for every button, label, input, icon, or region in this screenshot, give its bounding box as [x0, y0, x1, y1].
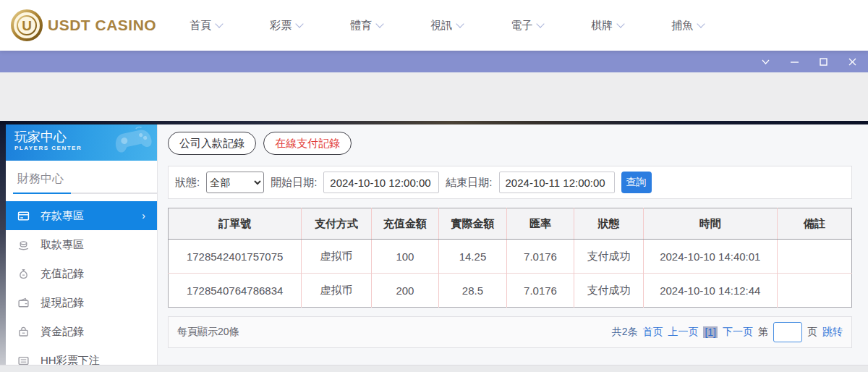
page-size-text: 每頁顯示20條 [177, 326, 239, 339]
total-count: 共2条 [612, 326, 638, 339]
section-divider [13, 193, 157, 194]
nav-item-label: 捕魚 [671, 19, 693, 33]
sidebar-item[interactable]: HH彩票下注 [6, 346, 157, 365]
chevron-down-icon [697, 20, 705, 28]
sidebar-item-label: 資金記錄 [41, 325, 84, 339]
table-cell: 200 [371, 274, 439, 308]
column-header: 實際金額 [439, 208, 507, 240]
column-header: 充值金額 [371, 208, 439, 240]
logo[interactable]: U USDT CASINO [10, 9, 156, 42]
column-header: 狀態 [574, 208, 643, 240]
column-header: 訂單號 [169, 208, 302, 240]
left-edge-gradient [0, 124, 6, 365]
chevron-down-icon [376, 20, 384, 28]
record-tabs: 公司入款記錄在線支付記錄 [168, 132, 861, 155]
table-cell: 虚拟币 [302, 240, 371, 274]
nav-item[interactable]: 視訊 [430, 19, 463, 33]
end-date-input[interactable] [499, 172, 615, 193]
table-cell: 7.0176 [506, 274, 574, 308]
start-date-input[interactable] [323, 172, 439, 193]
end-date-label: 結束日期: [446, 176, 492, 190]
pagination-controls: 共2条 首页 上一页 [1] 下一页 第 页 跳转 [612, 322, 843, 342]
jump-prefix: 第 [758, 326, 768, 339]
nav-item[interactable]: 彩票 [270, 19, 302, 33]
deposit-card-icon [17, 210, 30, 222]
chevron-down-icon [216, 20, 224, 28]
table-cell: 2024-10-10 14:12:44 [643, 274, 777, 308]
column-header: 支付方式 [302, 208, 371, 240]
withdraw-coins-icon [17, 239, 30, 251]
sidebar-item-label: 存款專區 [41, 209, 84, 223]
sidebar-menu: 存款專區›取款專區充值記錄提現記錄資金記錄HH彩票下注 [6, 201, 157, 365]
chevron-down-icon [617, 20, 625, 28]
sidebar-item-label: 充值記錄 [41, 267, 84, 281]
start-date-label: 開始日期: [271, 176, 317, 190]
jump-button[interactable]: 跳转 [822, 326, 843, 339]
sidebar-item[interactable]: 充值記錄 [6, 259, 157, 288]
list-icon [17, 355, 30, 365]
table-cell: 100 [371, 240, 439, 274]
main-navigation: 首頁彩票體育視訊電子棋牌捕魚 [190, 19, 704, 33]
nav-item-label: 視訊 [430, 19, 452, 33]
app-window: U USDT CASINO 首頁彩票體育視訊電子棋牌捕魚 玩家中心 P [0, 0, 868, 372]
table-cell: 2024-10-10 14:40:01 [643, 240, 777, 274]
content-area: 玩家中心 PLAYERS CENTER 財務中心 存款專區›取款專區充值記錄提現… [0, 124, 868, 365]
close-button[interactable] [846, 56, 858, 67]
next-page-link[interactable]: 下一页 [723, 326, 753, 339]
jump-suffix: 页 [807, 326, 817, 339]
sidebar-item[interactable]: 提現記錄 [6, 288, 157, 317]
nav-item[interactable]: 捕魚 [671, 19, 704, 33]
table-cell [777, 274, 851, 308]
sidebar-item-label: 取款專區 [41, 238, 84, 252]
table-body: 1728542401757075虚拟币10014.257.0176支付成功202… [169, 240, 852, 308]
table-row: 1728542401757075虚拟币10014.257.0176支付成功202… [169, 240, 852, 274]
nav-item-label: 體育 [350, 19, 372, 33]
table-cell: 虚拟币 [302, 274, 371, 308]
top-navbar: U USDT CASINO 首頁彩票體育視訊電子棋牌捕魚 [0, 0, 868, 51]
sidebar-item-label: 提現記錄 [41, 296, 84, 310]
spacer-band [0, 72, 868, 121]
sidebar-item-label: HH彩票下注 [41, 354, 100, 365]
sidebar-item[interactable]: 取款專區 [6, 230, 157, 259]
main-panel: 公司入款記錄在線支付記錄 狀態: 全部 開始日期: 結束日期: 查詢 訂單號支付… [166, 124, 861, 365]
records-table-wrap: 訂單號支付方式充值金額實際金額匯率狀態時間備註 1728542401757075… [168, 208, 852, 308]
sidebar-item[interactable]: 存款專區› [6, 201, 157, 230]
bottom-strip [0, 365, 868, 372]
tab-company-deposit-records[interactable]: 公司入款記錄 [168, 132, 256, 155]
table-cell: 1728540764786834 [169, 274, 302, 308]
chevron-down-icon[interactable] [760, 56, 771, 67]
table-cell: 支付成功 [574, 240, 643, 274]
svg-text:U: U [22, 18, 32, 33]
chevron-down-icon [296, 20, 304, 28]
nav-item-label: 彩票 [270, 19, 292, 33]
status-label: 狀態: [175, 176, 200, 190]
first-page-link[interactable]: 首页 [642, 326, 663, 339]
column-header: 匯率 [506, 208, 574, 240]
chevron-right-icon: › [142, 210, 145, 221]
prev-page-link[interactable]: 上一页 [668, 326, 698, 339]
players-center-header: 玩家中心 PLAYERS CENTER [6, 124, 157, 161]
table-header-row: 訂單號支付方式充值金額實際金額匯率狀態時間備註 [169, 208, 852, 240]
table-cell: 14.25 [439, 240, 507, 274]
nav-item[interactable]: 體育 [350, 19, 383, 33]
finance-center-section-title: 財務中心 [6, 161, 157, 193]
tab-online-payment-records[interactable]: 在線支付記錄 [263, 132, 352, 155]
search-button[interactable]: 查詢 [621, 172, 652, 193]
nav-item-label: 首頁 [190, 19, 211, 33]
window-titlebar [0, 51, 868, 72]
sidebar-item[interactable]: 資金記錄 [6, 317, 157, 346]
nav-item[interactable]: 電子 [511, 19, 543, 33]
status-select[interactable]: 全部 [206, 172, 264, 193]
funds-bag-icon [17, 326, 30, 338]
table-cell: 支付成功 [574, 274, 643, 308]
nav-item-label: 棋牌 [591, 19, 613, 33]
maximize-button[interactable] [817, 56, 829, 67]
nav-item[interactable]: 首頁 [190, 19, 222, 33]
chevron-down-icon [456, 20, 464, 28]
nav-item[interactable]: 棋牌 [591, 19, 624, 33]
chevron-down-icon [537, 20, 545, 28]
minimize-button[interactable] [788, 56, 800, 67]
filter-bar: 狀態: 全部 開始日期: 結束日期: 查詢 [168, 166, 852, 199]
table-cell: 7.0176 [506, 240, 574, 274]
page-jump-input[interactable] [773, 322, 802, 342]
